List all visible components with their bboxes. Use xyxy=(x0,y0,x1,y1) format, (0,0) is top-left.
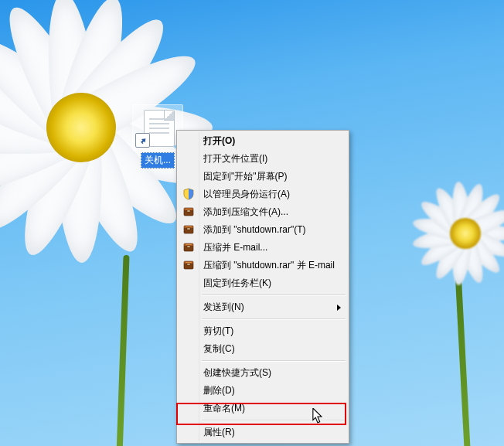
archive-icon xyxy=(182,223,195,236)
menu-item-label: 复制(C) xyxy=(203,343,235,354)
desktop[interactable]: 关机... 打开(O)打开文件位置(I)固定到"开始"屏幕(P)以管理员身份运行… xyxy=(0,0,504,446)
shield-icon xyxy=(182,188,195,200)
menu-item[interactable]: 添加到压缩文件(A)... xyxy=(179,203,347,221)
archive-icon xyxy=(182,206,195,218)
menu-item-label: 压缩到 "shutdown.rar" 并 E-mail xyxy=(203,260,335,271)
menu-item[interactable]: 以管理员身份运行(A) xyxy=(179,186,347,203)
menu-item-label: 删除(D) xyxy=(203,385,235,396)
menu-item[interactable]: 剪切(T) xyxy=(179,322,347,340)
menu-item[interactable]: 压缩并 E-mail... xyxy=(179,239,347,257)
menu-item[interactable]: 重命名(M) xyxy=(179,400,347,417)
menu-item-label: 打开文件位置(I) xyxy=(203,153,267,164)
menu-separator xyxy=(202,420,346,421)
shortcut-label: 关机... xyxy=(141,152,175,169)
shortcut-arrow-icon xyxy=(135,133,150,148)
menu-item[interactable]: 打开文件位置(I) xyxy=(179,150,347,168)
menu-item[interactable]: 删除(D) xyxy=(179,382,347,400)
archive-icon xyxy=(182,259,195,271)
svg-rect-8 xyxy=(186,244,192,245)
svg-rect-5 xyxy=(186,226,192,227)
submenu-arrow-icon xyxy=(337,305,341,311)
menu-separator xyxy=(202,360,346,362)
decor-stem xyxy=(455,278,471,446)
menu-item-label: 发送到(N) xyxy=(203,301,244,312)
menu-item[interactable]: 固定到"开始"屏幕(P) xyxy=(179,168,347,186)
svg-rect-11 xyxy=(186,262,192,263)
decor-flower-small xyxy=(402,170,504,301)
context-menu: 打开(O)打开文件位置(I)固定到"开始"屏幕(P)以管理员身份运行(A)添加到… xyxy=(176,130,349,444)
menu-item[interactable]: 打开(O) xyxy=(179,132,347,150)
menu-item-label: 固定到任务栏(K) xyxy=(203,277,271,288)
menu-item-label: 添加到 "shutdown.rar"(T) xyxy=(203,224,306,235)
menu-item-label: 添加到压缩文件(A)... xyxy=(203,206,288,217)
archive-icon xyxy=(182,241,195,254)
menu-item-label: 创建快捷方式(S) xyxy=(203,367,271,378)
menu-item-label: 剪切(T) xyxy=(203,325,233,336)
menu-item[interactable]: 复制(C) xyxy=(179,340,347,358)
menu-item-label: 固定到"开始"屏幕(P) xyxy=(203,171,288,182)
menu-item[interactable]: 压缩到 "shutdown.rar" 并 E-mail xyxy=(179,257,347,274)
menu-separator xyxy=(202,318,346,320)
menu-item-label: 属性(R) xyxy=(203,427,235,437)
menu-item-label: 重命名(M) xyxy=(203,403,245,414)
menu-separator xyxy=(202,294,346,296)
menu-item[interactable]: 发送到(N) xyxy=(179,298,347,316)
svg-rect-2 xyxy=(186,209,192,209)
menu-item[interactable]: 添加到 "shutdown.rar"(T) xyxy=(179,221,347,239)
menu-item-label: 打开(O) xyxy=(203,135,235,146)
menu-item-label: 压缩并 E-mail... xyxy=(203,242,267,253)
menu-item[interactable]: 固定到任务栏(K) xyxy=(179,274,347,292)
menu-item[interactable]: 创建快捷方式(S) xyxy=(179,364,347,382)
menu-item[interactable]: 属性(R) xyxy=(179,424,347,441)
menu-item-label: 以管理员身份运行(A) xyxy=(203,189,290,199)
